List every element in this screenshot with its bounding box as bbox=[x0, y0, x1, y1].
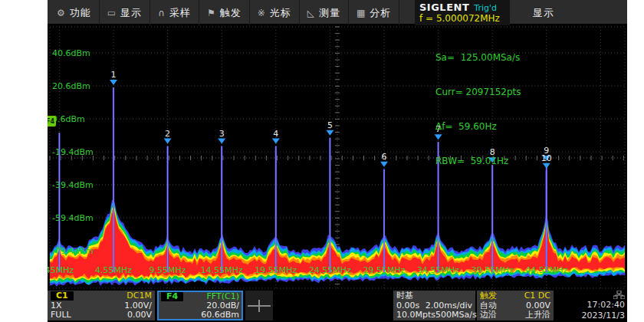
menu-button-7[interactable]: ▦分析 bbox=[349, 0, 399, 25]
add-channel-slot[interactable] bbox=[245, 291, 273, 320]
timebase-scale: 2.00ms/div bbox=[426, 301, 472, 310]
menu-button-label: 功能 bbox=[70, 6, 91, 20]
x-tick-label: 44.55MHz bbox=[525, 265, 567, 275]
delta-f-readout: Δf= 59.60Hz bbox=[435, 121, 521, 133]
x-tick-label: 45MHz bbox=[48, 265, 74, 275]
measure-icon: ◺ bbox=[307, 8, 314, 18]
y-tick-label: 20.6dBm bbox=[52, 81, 90, 91]
trigger-flag-icon: ⚑ bbox=[207, 8, 215, 18]
top-menu-bar: ⚙功能▭显示∩采样⚑触发※光标◺测量▦分析 SIGLENT Trig'd f =… bbox=[48, 0, 627, 25]
screenshot-stage: { "menu": { "items": [ {"label": "功能", "… bbox=[0, 0, 644, 322]
frequency-readout: f = 5.000072MHz bbox=[419, 13, 505, 24]
fft-plot-area[interactable]: 1234567891045MHz4.55MHz9.55MHz14.55MHz19… bbox=[48, 25, 627, 289]
network-icon bbox=[613, 291, 625, 299]
menu-button-2[interactable]: ▭显示 bbox=[100, 0, 150, 25]
brand-logo: SIGLENT bbox=[419, 2, 469, 13]
timebase-sample-rate: 500MSa/s bbox=[435, 310, 477, 320]
f4-trace-badge[interactable]: F4 bbox=[48, 116, 56, 127]
display-icon: ▭ bbox=[107, 8, 116, 18]
x-tick-label: 39.55MHz bbox=[472, 265, 514, 275]
x-tick-label: 9.55MHz bbox=[150, 265, 186, 275]
trigger-source: C1 DC bbox=[524, 291, 550, 301]
fft-info-panel: Sa= 125.00MSa/s Curr= 2097152pts Δf= 59.… bbox=[435, 29, 521, 190]
cursor-icon: ※ bbox=[258, 8, 265, 18]
peak-marker-arrow-3 bbox=[218, 139, 225, 144]
peak-marker-arrow-10 bbox=[543, 163, 550, 169]
sample-rate-readout: Sa= 125.00MSa/s bbox=[435, 52, 521, 64]
c1-probe: 1X bbox=[51, 301, 62, 310]
x-tick-label: 34.55MHz bbox=[417, 265, 459, 275]
peak-marker-arrow-5 bbox=[326, 130, 334, 136]
oscilloscope-screen: ⚙功能▭显示∩采样⚑触发※光标◺测量▦分析 SIGLENT Trig'd f =… bbox=[48, 0, 627, 322]
trigger-type: 边沿 bbox=[480, 310, 497, 320]
analysis-icon: ▦ bbox=[356, 8, 365, 18]
peak-marker-label-6: 6 bbox=[382, 152, 387, 162]
y-tick-label: -39.4dBm bbox=[52, 180, 94, 190]
trigger-status-badge: Trig'd bbox=[474, 3, 497, 13]
timebase-descriptor[interactable]: 时基 0.00s 2.00ms/div 10.0Mpts 500MSa/s bbox=[393, 291, 475, 320]
peak-marker-label-3: 3 bbox=[219, 129, 225, 139]
x-tick-label: 19.55MHz bbox=[255, 265, 297, 275]
y-tick-label: 40.6dBm bbox=[52, 48, 90, 58]
peak-marker-label-5: 5 bbox=[327, 120, 333, 130]
acquire-icon: ∩ bbox=[158, 8, 165, 18]
f4-chip: F4 bbox=[161, 292, 183, 301]
peak-marker-label-2: 2 bbox=[165, 129, 170, 139]
f4-reference: 60.6dBm bbox=[201, 310, 239, 320]
menu-button-4[interactable]: ⚑触发 bbox=[199, 0, 250, 25]
timebase-label: 时基 bbox=[396, 291, 413, 301]
x-tick-label: 4.55MHz bbox=[95, 265, 132, 275]
menu-button-label: 光标 bbox=[270, 6, 291, 20]
timebase-delay: 0.00s bbox=[396, 301, 419, 310]
peak-marker-label-4: 4 bbox=[273, 129, 278, 139]
y-tick-label: -59.4dBm bbox=[52, 213, 94, 223]
menu-button-label: 触发 bbox=[220, 6, 242, 20]
timebase-depth: 10.0Mpts bbox=[396, 310, 435, 320]
gear-icon: ⚙ bbox=[57, 8, 65, 18]
menu: ⚙功能▭显示∩采样⚑触发※光标◺测量▦分析 bbox=[49, 0, 399, 25]
peak-marker-arrow-2 bbox=[164, 139, 172, 144]
menu-button-3[interactable]: ∩采样 bbox=[150, 0, 199, 25]
menu-button-label: 采样 bbox=[169, 6, 191, 20]
trigger-slope: 上升沿 bbox=[525, 310, 550, 320]
trigger-descriptor[interactable]: 触发 C1 DC 自动 0.00V 边沿 上升沿 bbox=[477, 291, 554, 320]
menu-button-label: 分析 bbox=[370, 6, 391, 20]
math-f4-descriptor[interactable]: F4 FFT(C1) 20.0dB/ 60.6dBm bbox=[157, 291, 243, 320]
peak-marker-label-1: 1 bbox=[111, 70, 117, 80]
c1-offset: 0.00V bbox=[127, 310, 152, 320]
y-tick-label: -19.4dBm bbox=[52, 147, 94, 157]
y-tick-label: -79.4dBm bbox=[52, 246, 94, 256]
display-button-right[interactable]: 显示 bbox=[517, 0, 570, 25]
peak-marker-arrow-6 bbox=[380, 162, 388, 167]
clock-date: 2023/11/3 bbox=[582, 311, 625, 320]
plus-icon bbox=[248, 299, 271, 313]
y-tick-label: 0.6dBm bbox=[52, 114, 85, 124]
x-tick-label: 24.55MHz bbox=[309, 265, 351, 275]
datetime-panel: 17:02:40 2023/11/3 bbox=[557, 291, 627, 320]
bottom-status-bar: C1 DC1M 1X 1.00V/ FULL 0.00V F4 FFT(C1) bbox=[48, 289, 627, 322]
spectrum-svg: 1234567891045MHz4.55MHz9.55MHz14.55MHz19… bbox=[48, 25, 627, 289]
c1-chip: C1 bbox=[51, 291, 74, 301]
c1-bandwidth: FULL bbox=[51, 310, 71, 320]
menu-button-5[interactable]: ※光标 bbox=[250, 0, 300, 25]
x-tick-label: 14.55MHz bbox=[201, 265, 243, 275]
clock-time: 17:02:40 bbox=[587, 301, 625, 310]
c1-scale: 1.00V/ bbox=[124, 301, 152, 310]
rbw-readout: RBW= 59.01Hz bbox=[435, 156, 521, 167]
menu-button-label: 测量 bbox=[319, 6, 340, 20]
peak-marker-arrow-4 bbox=[272, 139, 280, 144]
channel-c1-descriptor[interactable]: C1 DC1M 1X 1.00V/ FULL 0.00V bbox=[48, 291, 155, 320]
c1-coupling: DC1M bbox=[127, 291, 152, 301]
trigger-mode: 自动 bbox=[480, 301, 497, 310]
menu-button-6[interactable]: ◺测量 bbox=[300, 0, 349, 25]
x-tick-label: 29.55MHz bbox=[363, 265, 405, 275]
trigger-level: 0.00V bbox=[526, 301, 550, 310]
menu-button-label: 显示 bbox=[120, 6, 142, 20]
brand-block: SIGLENT Trig'd f = 5.000072MHz bbox=[415, 0, 510, 25]
trigger-label: 触发 bbox=[480, 291, 497, 301]
points-readout: Curr= 2097152pts bbox=[435, 87, 521, 98]
peak-marker-arrow-1 bbox=[110, 80, 117, 85]
peak-marker-label-10: 10 bbox=[541, 153, 552, 163]
menu-button-1[interactable]: ⚙功能 bbox=[49, 0, 100, 25]
